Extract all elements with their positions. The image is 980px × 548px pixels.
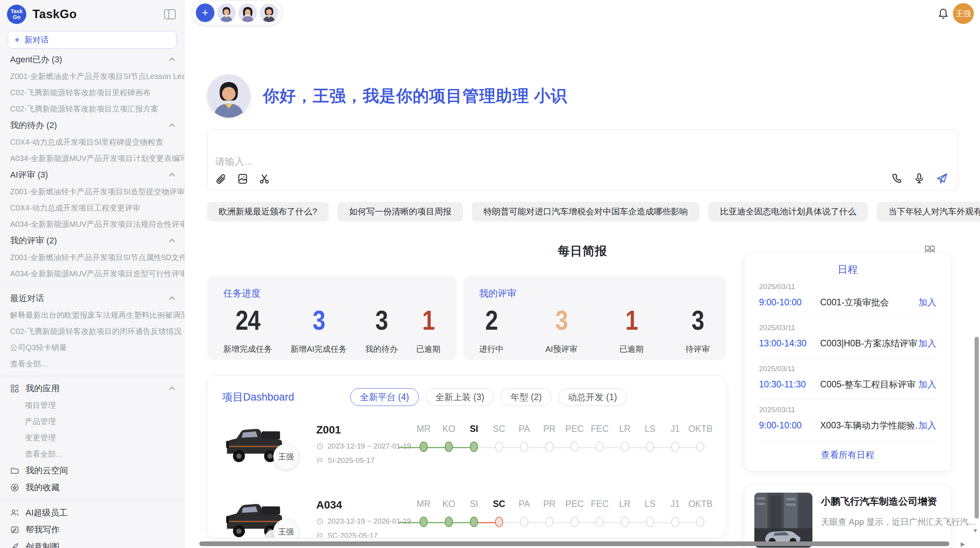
milestone[interactable]: PEC — [562, 424, 587, 481]
sidebar-item-draw[interactable]: 创意制图 — [0, 538, 184, 548]
sidebar-recent-header[interactable]: 最近对话 — [0, 290, 184, 307]
milestone[interactable]: SI — [461, 424, 487, 481]
new-session-button[interactable]: + — [196, 3, 214, 22]
stat-item: 3 AI预评审 — [545, 305, 577, 354]
recent-chat-item[interactable]: 解释最新出台的欧盟报废车法规再生塑料比例被调至15%... — [0, 307, 184, 323]
suggestion-chip[interactable]: 特朗普可能对进口汽车增税会对中国车企造成哪些影响 — [472, 202, 699, 221]
recent-chat-item[interactable]: C02-飞腾新能源轻客改款项目的闭环通告反馈情况 — [0, 323, 184, 339]
app-subitem[interactable]: 项目管理 — [0, 397, 184, 413]
project-row[interactable]: 王强 A034 2023-12-19 ~ 2026-01-19 — [222, 497, 725, 538]
milestone[interactable]: LS — [637, 499, 663, 538]
recent-chat-item[interactable]: 查看全部... — [0, 356, 184, 372]
app-subitem[interactable]: 查看全部... — [0, 446, 184, 462]
join-link[interactable]: 加入 — [918, 337, 936, 349]
milestone[interactable]: SC — [487, 499, 512, 538]
milestone[interactable]: J1 — [663, 499, 688, 538]
sidebar-group-header[interactable]: 我的待办 (2) — [0, 117, 184, 134]
milestone[interactable]: PA — [512, 424, 537, 481]
schedule-item: 2025/03/11 10:30-11:30 C005-整车工程目标评审 加入 — [759, 358, 936, 399]
sidebar-group-header[interactable]: AI评审 (3) — [0, 166, 184, 183]
scroll-right-arrow-icon[interactable]: ▶ — [961, 541, 965, 548]
dashboard-tab[interactable]: 全新上装 (3) — [426, 388, 494, 406]
app-subitem[interactable]: 变更管理 — [0, 430, 184, 446]
assistant-avatar-3[interactable] — [260, 3, 278, 22]
sidebar-task-item[interactable]: C02-飞腾新能源轻客改款项目立项汇报方案 — [0, 101, 184, 117]
join-link[interactable]: 加入 — [918, 378, 936, 390]
sidebar-item-favorites[interactable]: 我的收藏 — [0, 479, 184, 496]
milestone[interactable]: KO — [436, 499, 461, 538]
milestone-dot — [545, 517, 553, 527]
sidebar-group: AI评审 (3) Z001-全新燃油轻卡产品开发项目SI造型提交物评审C0X4-… — [0, 166, 184, 232]
suggestion-chip[interactable]: 当下年轻人对汽车外观有怎样的喜好趋势 — [877, 202, 980, 221]
suggestion-chip[interactable]: 欧洲新规最近颁布了什么? — [207, 202, 329, 221]
project-row[interactable]: 王强 Z001 2023-12-19 ~ 2027-01-19 — [222, 422, 725, 481]
bell-icon[interactable] — [937, 8, 949, 20]
sidebar-item-my-apps[interactable]: 我的应用 — [0, 380, 184, 397]
dashboard-tab[interactable]: 动总开发 (1) — [559, 388, 627, 406]
milestone[interactable]: MR — [411, 424, 436, 481]
milestone[interactable]: PA — [512, 499, 537, 538]
dashboard-tab[interactable]: 年型 (2) — [501, 388, 552, 406]
milestone[interactable]: LR — [612, 424, 637, 481]
vertical-scrollbar-thumb[interactable] — [975, 337, 979, 519]
scissors-icon[interactable] — [259, 173, 270, 185]
join-link[interactable]: 加入 — [918, 420, 936, 432]
sidebar-task-item[interactable]: A034-全新新能源MUV产品开发项目法规符合性评审 — [0, 216, 184, 232]
milestone[interactable]: OKTB — [688, 499, 713, 538]
news-card[interactable]: 小鹏飞行汽车制造公司增资 天眼查 App 显示，近日广州汇天飞行汽... — [744, 484, 951, 548]
sidebar-item-cloud[interactable]: 我的云空间 — [0, 462, 184, 479]
horizontal-scrollbar-thumb[interactable] — [199, 541, 949, 546]
microphone-icon[interactable] — [913, 173, 925, 184]
sidebar-task-item[interactable]: C0X4-动力总成开发项目工程变更评审 — [0, 200, 184, 216]
sidebar-item-ai-staff[interactable]: AI超级员工 — [0, 504, 184, 521]
suggestion-chip[interactable]: 比亚迪全固态电池计划具体说了什么 — [708, 202, 868, 221]
milestone[interactable]: SC — [487, 424, 512, 481]
dashboard-tab[interactable]: 全新平台 (4) — [350, 388, 419, 406]
milestone-dot — [596, 442, 604, 452]
milestone[interactable]: FEC — [587, 499, 612, 538]
milestone[interactable]: LR — [612, 499, 637, 538]
sidebar-task-item[interactable]: Z001-全新燃油皮卡产品开发项目SI节点Lesson Learn报告 — [0, 68, 184, 84]
sidebar-task-item[interactable]: A034-全新新能源MUV产品开发项目计划变更表编写 — [0, 150, 184, 166]
milestone[interactable]: KO — [436, 424, 461, 481]
milestone[interactable]: PR — [537, 499, 562, 538]
recent-chat-item[interactable]: 公司Q3轻卡销量 — [0, 339, 184, 356]
user-avatar[interactable]: 王强 — [953, 3, 974, 24]
project-dates-text: 2023-12-19 ~ 2026-01-19 — [327, 517, 411, 526]
sidebar-task-item[interactable]: C0X4-动力总成开发项目SI里程碑提交物检查 — [0, 134, 184, 150]
new-chat-button[interactable]: + 新对话 — [8, 31, 176, 49]
join-link[interactable]: 加入 — [918, 296, 936, 308]
phone-icon[interactable] — [891, 173, 903, 184]
sidebar-task-item[interactable]: Z001-全新燃油轻卡产品开发项目SI节点属性5D文件评审 — [0, 249, 184, 265]
milestone-track: MR KO — [411, 499, 713, 538]
sidebar-task-item[interactable]: Z001-全新燃油轻卡产品开发项目SI造型提交物评审 — [0, 183, 184, 200]
sidebar-collapse-icon[interactable] — [164, 9, 176, 19]
milestone[interactable]: SI — [461, 499, 487, 538]
sidebar-task-item[interactable]: A034-全新新能源MUV产品开发项目造型可行性评审 — [0, 265, 184, 282]
sidebar-task-item[interactable]: C02-飞腾新能源轻客改款项目里程碑画布 — [0, 84, 184, 101]
assistant-avatar-2[interactable] — [238, 3, 257, 22]
milestone[interactable]: MR — [411, 499, 436, 538]
milestone[interactable]: OKTB — [688, 424, 713, 481]
attachment-icon[interactable] — [215, 173, 227, 185]
milestone[interactable]: LS — [637, 424, 663, 481]
message-input[interactable] — [215, 156, 680, 167]
scroll-down-arrow-icon[interactable]: ▼ — [972, 527, 978, 534]
sidebar-group-header[interactable]: 我的评审 (2) — [0, 232, 184, 249]
project-code: Z001 — [316, 424, 411, 436]
milestone-dot — [470, 442, 478, 452]
image-icon[interactable] — [237, 173, 248, 185]
send-icon[interactable] — [936, 172, 948, 185]
suggestion-chip[interactable]: 如何写一份清晰的项目周报 — [338, 202, 463, 221]
milestone[interactable]: J1 — [663, 424, 688, 481]
assistant-avatar-1[interactable] — [217, 3, 236, 22]
app-subitem[interactable]: 产品管理 — [0, 413, 184, 430]
sidebar-group-header[interactable]: Agent已办 (3) — [0, 51, 184, 68]
milestone[interactable]: PR — [537, 424, 562, 481]
milestone[interactable]: FEC — [587, 424, 612, 481]
schedule-item: 2025/03/11 13:00-14:30 C003|H0B-方案冻结评审 加… — [759, 317, 936, 358]
milestone[interactable]: PEC — [562, 499, 587, 538]
stat-name: 新增AI完成任务 — [290, 344, 347, 354]
sidebar-item-write[interactable]: 帮我写作 — [0, 521, 184, 538]
view-all-schedule-link[interactable]: 查看所有日程 — [759, 449, 936, 461]
